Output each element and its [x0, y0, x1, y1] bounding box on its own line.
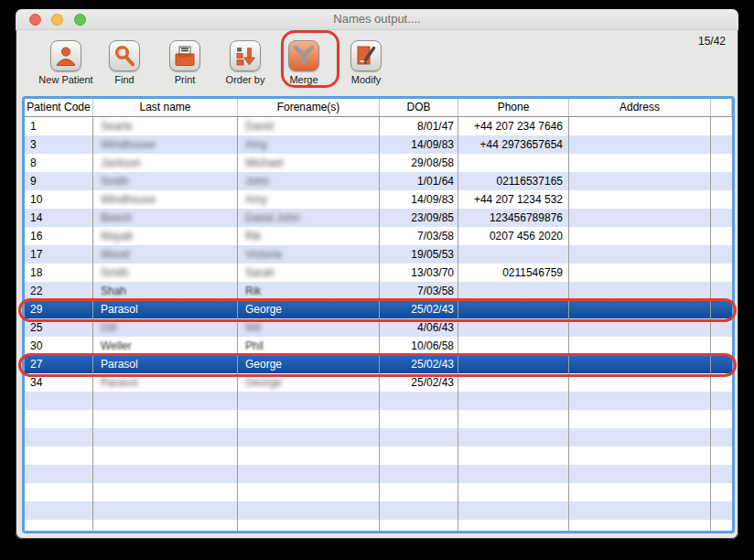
cell-dob: 13/03/70 — [380, 264, 458, 282]
empty-cell — [458, 465, 569, 483]
column-header-phone[interactable]: Phone — [458, 99, 569, 116]
cell-dob: 14/09/83 — [380, 190, 458, 209]
new-patient-button[interactable]: New Patient — [34, 40, 98, 85]
cell-dob: 23/09/85 — [380, 209, 458, 227]
empty-cell — [93, 483, 238, 501]
empty-cell — [380, 501, 458, 520]
table-row[interactable]: 29ParasolGeorge25/02/43 — [25, 300, 732, 318]
empty-table-row[interactable] — [25, 447, 732, 465]
cell-fore: George — [238, 355, 380, 373]
empty-table-row[interactable] — [25, 465, 732, 483]
table-row[interactable]: 30WellerPhil10/06/58 — [25, 337, 732, 355]
empty-cell — [380, 520, 458, 533]
empty-table-row[interactable] — [25, 483, 732, 501]
new-patient-label: New Patient — [34, 74, 98, 85]
empty-cell — [238, 392, 380, 410]
empty-cell — [569, 392, 711, 410]
cell-dob: 4/06/43 — [380, 318, 458, 337]
cell-spacer — [711, 135, 732, 154]
cell-phone — [458, 355, 569, 373]
cell-phone — [458, 337, 569, 355]
cell-address — [569, 135, 711, 154]
table-row[interactable]: 14BeechDavid John23/09/85123456789876 — [25, 209, 732, 227]
empty-cell — [569, 410, 711, 428]
cell-address — [569, 245, 711, 264]
cell-spacer — [711, 373, 732, 392]
cell-fore: David — [238, 117, 380, 135]
empty-table-row[interactable] — [25, 392, 732, 410]
cell-spacer — [711, 245, 732, 264]
table-row[interactable]: 1SearleDavid8/01/47+44 207 234 7646 — [25, 117, 732, 135]
empty-cell — [458, 520, 569, 533]
empty-table-row[interactable] — [25, 520, 732, 533]
cell-dob: 19/05/53 — [380, 245, 458, 264]
print-button[interactable]: Print — [153, 40, 217, 85]
cell-fore: Victoria — [238, 245, 380, 264]
cell-fore: George — [238, 373, 380, 392]
cell-code: 8 — [25, 154, 93, 172]
table-row[interactable]: 9SmithJohn1/01/6402116537165 — [25, 172, 732, 190]
cell-last: Jackson — [93, 154, 238, 172]
column-header-dob[interactable]: DOB — [380, 99, 458, 116]
empty-cell — [25, 465, 93, 483]
empty-cell — [93, 428, 238, 447]
cell-phone: +44 207 1234 532 — [458, 190, 569, 209]
cell-spacer — [711, 300, 732, 318]
cell-phone: +44 2973657654 — [458, 135, 569, 154]
empty-cell — [93, 410, 238, 428]
cell-code: 30 — [25, 337, 93, 355]
empty-cell — [93, 465, 238, 483]
table-row[interactable]: 22ShahRik7/03/58 — [25, 282, 732, 300]
cell-spacer — [711, 337, 732, 355]
merge-button[interactable]: Merge — [272, 40, 336, 85]
cell-spacer — [711, 190, 732, 209]
cell-address — [569, 282, 711, 300]
empty-cell — [458, 483, 569, 501]
cell-spacer — [711, 172, 732, 190]
column-header-patient-code[interactable]: Patient Code — [25, 99, 93, 116]
table-row[interactable]: 18SmithSarah13/03/700211546759 — [25, 264, 732, 282]
empty-table-row[interactable] — [25, 501, 732, 520]
table-row[interactable]: 34ParasolGeorge25/02/43 — [25, 373, 732, 392]
empty-table-row[interactable] — [25, 410, 732, 428]
cell-code: 22 — [25, 282, 93, 300]
empty-cell — [569, 428, 711, 447]
cell-address — [569, 227, 711, 245]
cell-fore: Phil — [238, 337, 380, 355]
empty-table-row[interactable] — [25, 428, 732, 447]
table-row[interactable]: 27ParasolGeorge25/02/43 — [25, 355, 732, 373]
order-by-button[interactable]: Order by — [213, 40, 277, 85]
cell-phone — [458, 300, 569, 318]
table-row[interactable]: 16MayallRik7/03/580207 456 2020 — [25, 227, 732, 245]
print-icon — [169, 40, 200, 71]
column-header-address[interactable]: Address — [569, 99, 711, 116]
cell-last: Parasol — [93, 373, 238, 392]
cell-phone — [458, 154, 569, 172]
empty-cell — [711, 483, 732, 501]
cell-fore: Amy — [238, 190, 380, 209]
empty-cell — [711, 501, 732, 520]
cell-phone: 123456789876 — [458, 209, 569, 227]
cell-fore: Rik — [238, 282, 380, 300]
order-by-label: Order by — [213, 74, 277, 85]
table-row[interactable]: 10WindhouseAmy14/09/83+44 207 1234 532 — [25, 190, 732, 209]
empty-cell — [25, 501, 93, 520]
cell-spacer — [711, 209, 732, 227]
empty-cell — [380, 410, 458, 428]
cell-last: Parasol — [93, 355, 238, 373]
column-header-forenames[interactable]: Forename(s) — [238, 99, 380, 116]
column-header-last-name[interactable]: Last name — [93, 99, 238, 116]
names-output-window: Names output.... New Patient Find — [16, 9, 738, 539]
table-row[interactable]: 17WoodVictoria19/05/53 — [25, 245, 732, 264]
cell-dob: 25/02/43 — [380, 300, 458, 318]
find-button[interactable]: Find — [92, 40, 156, 85]
table-row[interactable]: 3WindhouseAmy14/09/83+44 2973657654 — [25, 135, 732, 154]
empty-cell — [25, 483, 93, 501]
table-row[interactable]: 25GillWil4/06/43 — [25, 318, 732, 337]
modify-button[interactable]: Modify — [334, 40, 398, 85]
table-row[interactable]: 8JacksonMichael29/08/58 — [25, 154, 732, 172]
cell-address — [569, 337, 711, 355]
order-by-icon — [230, 40, 261, 71]
cell-code: 27 — [25, 355, 93, 373]
cell-fore: Michael — [238, 154, 380, 172]
